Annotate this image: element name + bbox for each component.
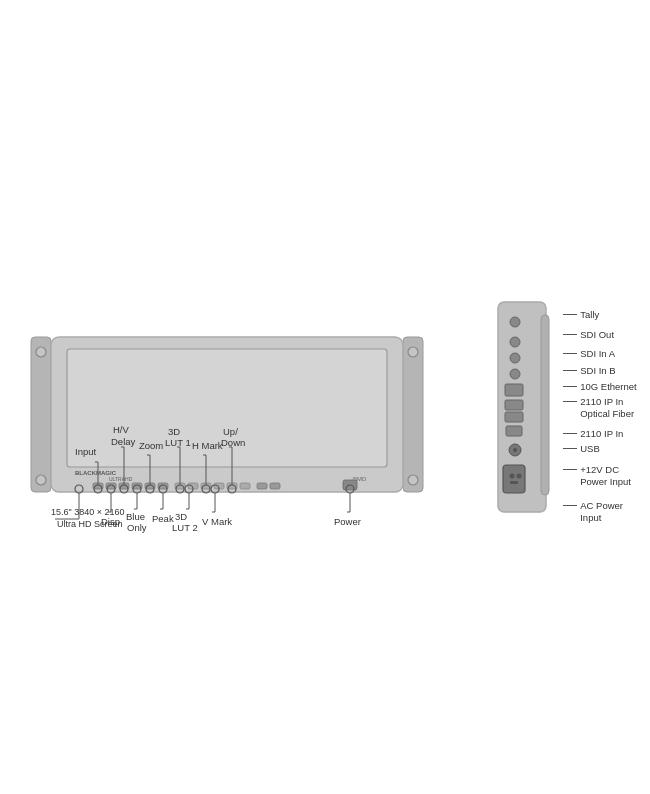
svg-text:ULTRAHD: ULTRAHD — [109, 476, 133, 482]
svg-rect-99 — [510, 481, 518, 484]
connector-labels: Tally SDI Out SDI In A SDI In B 10G Ethe — [563, 300, 637, 524]
svg-text:3D: 3D — [168, 426, 180, 437]
svg-rect-0 — [31, 337, 51, 492]
svg-rect-93 — [506, 426, 522, 436]
svg-rect-96 — [503, 465, 525, 493]
ethernet-label: 10G Ethernet — [563, 380, 637, 392]
svg-text:Up/: Up/ — [223, 426, 238, 437]
svg-text:Down: Down — [221, 437, 245, 448]
svg-point-95 — [513, 448, 517, 452]
usb-label: USB — [563, 442, 637, 454]
svg-point-98 — [517, 474, 522, 479]
ac-power-label: AC PowerInput — [563, 500, 637, 524]
svg-point-4 — [408, 347, 418, 357]
svg-point-88 — [510, 353, 520, 363]
svg-rect-85 — [541, 315, 549, 495]
svg-point-1 — [36, 347, 46, 357]
svg-rect-24 — [270, 483, 280, 489]
ip-in-fiber-label: 2110 IP InOptical Fiber — [563, 396, 637, 422]
sdi-in-a-label: SDI In A — [563, 344, 637, 362]
svg-text:Blue: Blue — [126, 511, 145, 522]
svg-point-89 — [510, 369, 520, 379]
svg-text:Only: Only — [127, 522, 147, 533]
connector-section: Tally SDI Out SDI In A SDI In B 10G Ethe — [493, 300, 637, 524]
svg-rect-22 — [240, 483, 250, 489]
svg-rect-91 — [505, 400, 523, 410]
svg-rect-3 — [403, 337, 423, 492]
svg-text:Zoom: Zoom — [139, 440, 163, 451]
svg-text:H Mark: H Mark — [192, 440, 223, 451]
svg-text:LUT 1: LUT 1 — [165, 437, 191, 448]
svg-point-97 — [510, 474, 515, 479]
svg-text:V Mark: V Mark — [202, 516, 232, 527]
connector-panel-svg — [493, 300, 563, 515]
monitor-svg: BLACKMAGIC ULTRAHD BMD — [13, 237, 483, 577]
ip-in-label: 2110 IP In — [563, 426, 637, 440]
svg-point-87 — [510, 337, 520, 347]
12v-label: +12V DCPower Input — [563, 464, 637, 488]
svg-text:Delay: Delay — [111, 436, 136, 447]
svg-rect-92 — [505, 412, 523, 422]
sdi-in-b-label: SDI In B — [563, 362, 637, 378]
monitor-diagram: BLACKMAGIC ULTRAHD BMD — [13, 237, 483, 577]
sdi-out-label: SDI Out — [563, 324, 637, 344]
svg-text:Peak: Peak — [152, 513, 174, 524]
svg-rect-7 — [67, 349, 387, 467]
svg-point-5 — [408, 475, 418, 485]
svg-text:Power: Power — [334, 516, 361, 527]
svg-text:Input: Input — [75, 446, 96, 457]
svg-rect-90 — [505, 384, 523, 396]
svg-text:LUT 2: LUT 2 — [172, 522, 198, 533]
svg-text:Disp: Disp — [101, 516, 120, 527]
svg-text:3D: 3D — [175, 511, 187, 522]
svg-point-2 — [36, 475, 46, 485]
svg-point-86 — [510, 317, 520, 327]
svg-text:H/V: H/V — [113, 424, 130, 435]
svg-rect-23 — [257, 483, 267, 489]
tally-label: Tally — [563, 304, 637, 324]
